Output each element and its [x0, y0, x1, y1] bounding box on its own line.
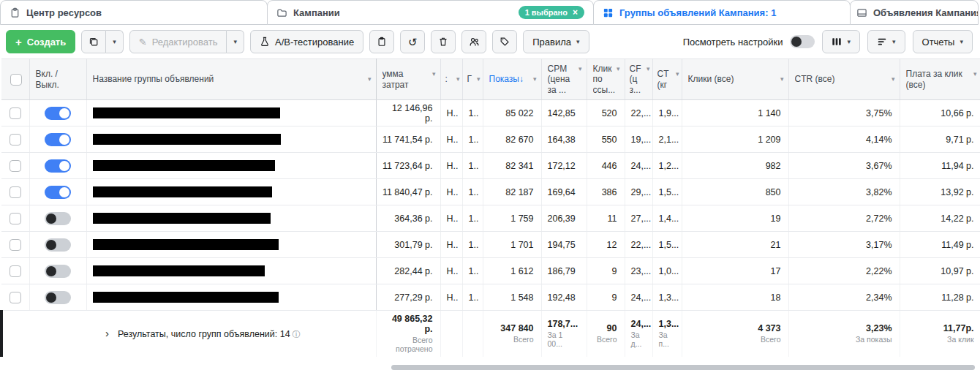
ab-test-button[interactable]: A/B-тестирование: [250, 30, 363, 53]
redacted-name-bar: [93, 213, 271, 224]
table-row[interactable]: 364,36 р. Н.. 1.. 1 759 206,39 11 27,...…: [1, 205, 980, 232]
cell-cpm: 169,64: [541, 179, 587, 205]
audience-button[interactable]: [461, 30, 486, 53]
cell-cpm: 206,39: [541, 205, 587, 232]
col-5[interactable]: :▾: [440, 59, 462, 100]
expand-chevron-icon[interactable]: ›: [105, 327, 109, 339]
table-body: 12 146,96 р. Н.. 1.. 85 022 142,85 520 2…: [1, 100, 980, 311]
row-toggle[interactable]: [45, 159, 71, 173]
summary-ctr-all: 3,23%За показы: [788, 311, 900, 358]
table-row[interactable]: 301,79 р. Н.. 1.. 1 701 194,75 12 22,...…: [1, 232, 980, 258]
duplicate-button[interactable]: [81, 30, 106, 53]
cell-6: 1..: [462, 284, 483, 311]
duplicate-menu-button[interactable]: ▾: [106, 30, 124, 53]
col-spent[interactable]: умма затрат▾: [376, 59, 440, 100]
cell-spent: 301,79 р.: [376, 232, 440, 258]
col-clicks-all[interactable]: Клики (все)▾: [682, 59, 788, 100]
cell-5: Н..: [440, 205, 462, 232]
badge-label: 1 выбрано: [525, 8, 568, 17]
table-row[interactable]: 282,44 р. Н.. 1.. 1 612 186,79 9 23,... …: [1, 258, 980, 284]
sort-caret-icon: ▾: [892, 75, 895, 83]
redacted-name-bar: [93, 292, 279, 303]
tab-campaigns[interactable]: Кампании 1 выбрано ×: [267, 0, 594, 25]
select-all-header[interactable]: [1, 59, 29, 100]
reports-button[interactable]: Отчеты ▾: [913, 30, 973, 53]
col-cpc-link[interactable]: CF (ц з...▾: [625, 59, 652, 100]
breakdown-button[interactable]: ▾: [867, 30, 905, 53]
create-button[interactable]: + Создать: [6, 30, 75, 53]
adsets-table: Вкл. / Выкл. Название группы объявлений▾…: [0, 58, 980, 357]
info-icon[interactable]: ⓘ: [293, 330, 301, 339]
chevron-down-icon: ▾: [576, 38, 580, 45]
row-checkbox[interactable]: [10, 107, 21, 119]
table-row[interactable]: 11 840,47 р. Н.. 1.. 82 187 169,64 386 2…: [1, 179, 980, 205]
row-toggle[interactable]: [45, 265, 71, 278]
row-checkbox[interactable]: [10, 160, 21, 172]
redacted-name-bar: [93, 239, 279, 250]
col-link-clicks[interactable]: Клик по ссы...▾: [587, 59, 625, 100]
row-checkbox[interactable]: [10, 292, 21, 303]
summary-impressions: 347 840Всего: [483, 311, 541, 358]
sort-caret-icon: ▾: [477, 75, 480, 83]
col-ctr-link[interactable]: CT (кг▾: [652, 59, 682, 100]
columns-icon: [832, 37, 842, 47]
toolbar: + Создать ▾ ✎ Редактировать ▾ A/B-тестир…: [0, 25, 980, 58]
row-checkbox[interactable]: [10, 134, 21, 146]
edit-button[interactable]: ✎ Редактировать: [129, 30, 227, 53]
row-toggle[interactable]: [45, 107, 71, 120]
paste-button[interactable]: [369, 30, 394, 53]
adset-name-cell: [86, 258, 376, 284]
tab-adsets[interactable]: Группы объявлений Кампания: 1: [593, 0, 851, 25]
tab-resource-center[interactable]: Центр ресурсов: [0, 0, 268, 25]
row-checkbox-cell: [1, 232, 29, 258]
adset-name-cell: [86, 100, 376, 126]
cell-5: Н..: [440, 232, 462, 258]
chevron-down-icon: ▾: [892, 38, 896, 45]
scrollbar-thumb[interactable]: [391, 365, 975, 370]
table-row[interactable]: 11 741,54 р. Н.. 1.. 82 670 164,38 550 1…: [1, 126, 980, 153]
table-row[interactable]: 12 146,96 р. Н.. 1.. 85 022 142,85 520 2…: [1, 100, 980, 126]
selected-filter-badge[interactable]: 1 выбрано ×: [519, 6, 584, 19]
cell-link-clicks: 12: [587, 232, 625, 258]
delete-button[interactable]: [431, 30, 456, 53]
row-toggle[interactable]: [45, 291, 71, 304]
row-checkbox[interactable]: [10, 265, 21, 277]
row-toggle[interactable]: [45, 212, 71, 225]
row-checkbox[interactable]: [10, 213, 21, 224]
cell-cpc-link: 27,...: [625, 205, 652, 232]
table-row[interactable]: 11 723,64 р. Н.. 1.. 82 341 172,12 446 2…: [1, 153, 980, 179]
cell-cpc-link: 19,...: [625, 126, 652, 153]
tab-label: Группы объявлений Кампания: 1: [619, 7, 776, 18]
summary-label-cell: ›Результаты, число групп объявлений: 14ⓘ: [1, 311, 376, 358]
row-toggle[interactable]: [45, 238, 71, 252]
undo-button[interactable]: ↺: [400, 30, 425, 53]
cell-link-clicks: 9: [587, 258, 625, 284]
col-name[interactable]: Название группы объявлений▾: [86, 59, 376, 100]
col-impressions[interactable]: Показы↓▾: [483, 59, 541, 100]
col-6[interactable]: Г▾: [462, 59, 483, 100]
columns-button[interactable]: ▾: [822, 30, 860, 53]
rules-button[interactable]: Правила ▾: [523, 30, 589, 53]
sort-caret-icon: ▾: [533, 75, 537, 83]
chevron-down-icon: ▾: [233, 38, 237, 45]
table-row[interactable]: 277,29 р. Н.. 1.. 1 548 192,48 9 24,... …: [1, 284, 980, 311]
tag-button[interactable]: [492, 30, 517, 53]
col-cpc-all[interactable]: Плата за клик (все)▾: [900, 59, 980, 100]
toggle-knob: [59, 187, 69, 197]
row-checkbox[interactable]: [10, 186, 21, 198]
edit-menu-button[interactable]: ▾: [227, 30, 244, 53]
select-all-checkbox[interactable]: [10, 74, 22, 86]
row-checkbox[interactable]: [10, 239, 21, 251]
close-icon[interactable]: ×: [573, 8, 578, 17]
tab-ads[interactable]: Объявления Кампания: 1: [850, 0, 979, 25]
cell-ctr-link: 1,5...: [652, 179, 682, 205]
cell-cpc-all: 11,28 р.: [900, 284, 980, 311]
col-ctr-all[interactable]: CTR (все)▾: [788, 59, 900, 100]
view-settings-toggle[interactable]: [790, 35, 815, 48]
cell-clicks-all: 17: [682, 258, 788, 284]
toggle-knob: [46, 214, 56, 224]
cell-5: Н..: [440, 284, 462, 311]
col-cpm[interactable]: CPM (цена за ...▾: [541, 59, 587, 100]
row-toggle[interactable]: [45, 133, 71, 146]
row-toggle[interactable]: [45, 186, 71, 199]
